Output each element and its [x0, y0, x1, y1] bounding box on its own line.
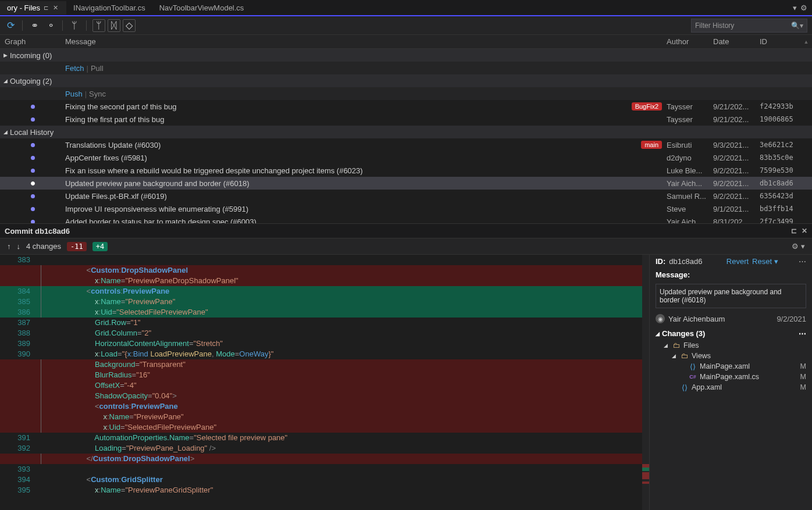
graph-mode-icon[interactable]: ◇ — [123, 19, 136, 32]
commit-row[interactable]: Added border to status bar to match desi… — [0, 215, 812, 223]
commit-id: 19006865 — [760, 115, 802, 123]
outgoing-links: Push|Sync — [0, 87, 812, 100]
col-date[interactable]: Date — [713, 37, 760, 46]
commit-details-panel: ID: db1c8ad6 Revert Reset ▾ ⋯ Message: U… — [649, 255, 812, 510]
commit-row[interactable]: Fix an issue where a rebuild would be tr… — [0, 164, 812, 177]
refresh-icon[interactable]: ⟳ — [5, 20, 16, 31]
minimap[interactable] — [642, 255, 649, 510]
reset-link[interactable]: Reset ▾ — [752, 257, 778, 266]
commit-author: Steve — [667, 205, 713, 213]
commit-author: Taysser — [667, 115, 713, 124]
commit-row[interactable]: Translations Update (#6030)mainEsibruti9… — [0, 138, 812, 151]
tree-file[interactable]: C#MainPage.xaml.csM — [656, 372, 812, 382]
filter-icon[interactable]: ⚭ — [29, 20, 40, 31]
col-message[interactable]: Message — [65, 37, 667, 46]
commit-message: Added border to status bar to match desi… — [65, 217, 257, 224]
local-history-section[interactable]: ◢Local History — [0, 126, 812, 138]
commit-row[interactable]: Update Files.pt-BR.xlf (#6019)Samuel R..… — [0, 190, 812, 202]
commit-message: AppCenter fixes (#5981) — [65, 154, 147, 162]
more-icon[interactable]: ⋯ — [799, 329, 806, 338]
diff-view[interactable]: 383 <Custom:DropShadowPanel x:Name="Prev… — [0, 255, 649, 510]
commit-message: Update Files.pt-BR.xlf (#6019) — [65, 192, 167, 201]
commit-date: 9/1/2021... — [713, 205, 760, 213]
gear-icon[interactable]: ⚙ ▾ — [792, 242, 805, 251]
scroll-up-icon[interactable]: ▲ — [802, 37, 811, 47]
history-toolbar: ⟳ ⚭ ⚬ ᛘ ᛘ ᛞ ◇ Filter History 🔍▾ — [0, 16, 812, 35]
commit-row[interactable]: Updated preview pane background and bord… — [0, 177, 812, 190]
dropdown-icon[interactable]: ▾ — [793, 3, 797, 12]
commit-message: Updated preview pane background and bord… — [65, 179, 250, 188]
fetch-link[interactable]: Fetch — [65, 64, 84, 73]
prev-change-icon[interactable]: ↑ — [7, 242, 11, 251]
incoming-links: Fetch|Pull — [0, 62, 812, 74]
branch-icon[interactable]: ᛘ — [69, 20, 80, 31]
tab-label: ory - Files — [7, 3, 40, 12]
commit-author: d2dyno — [667, 154, 713, 162]
more-icon[interactable]: ⋯ — [799, 257, 806, 266]
history-list: ▶Incoming (0) Fetch|Pull ◢Outgoing (2) P… — [0, 49, 812, 223]
tree-file[interactable]: ⟨⟩MainPage.xamlM — [656, 361, 812, 372]
commit-message: Translations Update (#6030) — [65, 141, 161, 149]
commit-id: 83b35c0e — [760, 154, 802, 162]
changes-count: 4 changes — [26, 242, 61, 251]
pull-link[interactable]: Pull — [91, 64, 104, 73]
commit-date: 9/2/2021 — [777, 315, 806, 323]
search-icon[interactable]: 🔍▾ — [791, 22, 803, 30]
commit-title: Commit db1c8ad6 — [5, 227, 70, 236]
pin-icon[interactable]: ⊏ — [44, 5, 48, 11]
col-graph[interactable]: Graph — [0, 37, 65, 46]
tree-folder[interactable]: ◢🗀Views — [656, 351, 812, 361]
editor-tabs: ory - Files ⊏ ✕ INavigationToolbar.cs Na… — [0, 0, 812, 16]
changes-header[interactable]: Changes (3) — [662, 329, 705, 338]
commit-id: 3e6621c2 — [760, 141, 802, 149]
commit-row[interactable]: Improve UI responsiveness while enumerat… — [0, 202, 812, 215]
incoming-section[interactable]: ▶Incoming (0) — [0, 49, 812, 62]
filter-history-input[interactable]: Filter History 🔍▾ — [691, 19, 807, 33]
commit-id: 7599e530 — [760, 166, 802, 174]
commit-message: Updated preview pane background and bord… — [656, 284, 806, 308]
filter-icon[interactable]: ⚬ — [45, 20, 56, 31]
next-change-icon[interactable]: ↓ — [17, 242, 21, 251]
tab-file[interactable]: NavToolbarViewModel.cs — [152, 1, 251, 15]
graph-mode-icon[interactable]: ᛘ — [92, 19, 105, 32]
tree-folder[interactable]: ◢🗀Files — [656, 340, 812, 351]
gear-icon[interactable]: ⚙ — [800, 3, 807, 12]
removed-badge: -11 — [67, 242, 87, 251]
id-label: ID: — [656, 257, 665, 266]
tab-file[interactable]: INavigationToolbar.cs — [66, 1, 152, 15]
close-icon[interactable]: ✕ — [802, 227, 807, 235]
tab-history[interactable]: ory - Files ⊏ ✕ — [0, 1, 66, 15]
commit-row[interactable]: Fixing the second part of this bugBugFix… — [0, 100, 812, 113]
col-author[interactable]: Author — [667, 37, 713, 46]
commit-date: 9/2/2021... — [713, 192, 760, 201]
commit-date: 9/21/202... — [713, 102, 760, 111]
restore-icon[interactable]: ⊏ — [791, 227, 797, 235]
commit-author: Esibruti — [667, 141, 713, 149]
commit-row[interactable]: Fixing the first part of this bugTaysser… — [0, 113, 812, 126]
filter-placeholder: Filter History — [695, 22, 734, 30]
commit-row[interactable]: AppCenter fixes (#5981)d2dyno9/2/2021...… — [0, 151, 812, 164]
push-link[interactable]: Push — [65, 90, 83, 98]
changes-tree: ◢🗀Files ◢🗀Views ⟨⟩MainPage.xamlM C#MainP… — [650, 340, 812, 393]
branch-tag: main — [641, 141, 662, 149]
id-value: db1c8ad6 — [669, 257, 702, 266]
commit-date: 9/2/2021... — [713, 179, 760, 188]
message-label: Message: — [656, 270, 690, 279]
commit-id: 2f7c3499 — [760, 217, 802, 223]
commit-message: Fixing the second part of this bug — [65, 102, 177, 111]
commit-date: 9/21/202... — [713, 115, 760, 124]
revert-link[interactable]: Revert — [726, 257, 749, 266]
close-icon[interactable]: ✕ — [52, 4, 59, 12]
history-columns: Graph Message Author Date ID ▲ — [0, 35, 812, 49]
commit-message: Fixing the first part of this bug — [65, 115, 165, 124]
commit-author: Taysser — [667, 102, 713, 111]
commit-detail-header: Commit db1c8ad6 ⊏ ✕ — [0, 223, 812, 238]
commit-message: Fix an issue where a rebuild would be tr… — [65, 166, 363, 175]
commit-date: 9/2/2021... — [713, 154, 760, 162]
tree-file[interactable]: ⟨⟩App.xamlM — [656, 382, 812, 393]
added-badge: +4 — [92, 242, 108, 251]
outgoing-section[interactable]: ◢Outgoing (2) — [0, 74, 812, 87]
sync-link[interactable]: Sync — [89, 90, 106, 98]
graph-mode-icon[interactable]: ᛞ — [108, 19, 120, 32]
tab-label: INavigationToolbar.cs — [73, 3, 145, 12]
